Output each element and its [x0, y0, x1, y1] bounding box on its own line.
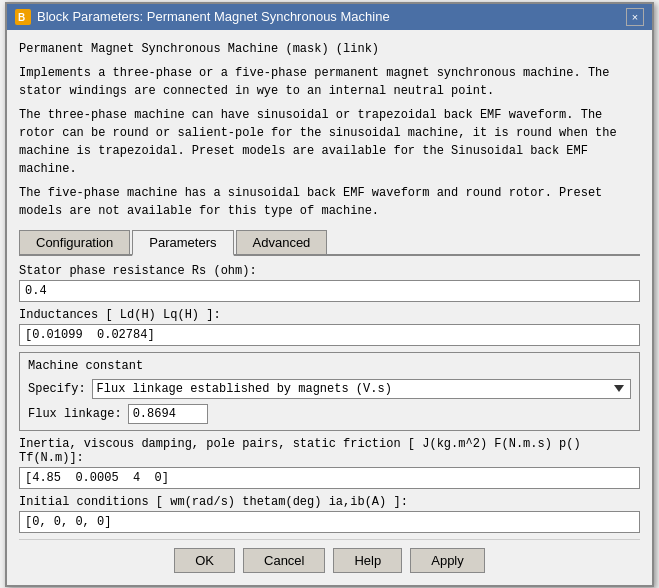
specify-label: Specify: [28, 382, 86, 396]
initial-input[interactable] [19, 511, 640, 533]
main-window: B Block Parameters: Permanent Magnet Syn… [5, 2, 654, 587]
stator-section: Stator phase resistance Rs (ohm): [19, 264, 640, 302]
desc-link-line: Permanent Magnet Synchronous Machine (ma… [19, 40, 640, 58]
inductances-input[interactable] [19, 324, 640, 346]
inductances-label: Inductances [ Ld(H) Lq(H) ]: [19, 308, 640, 322]
tab-advanced[interactable]: Advanced [236, 230, 328, 254]
title-bar-left: B Block Parameters: Permanent Magnet Syn… [15, 9, 390, 25]
flux-label: Flux linkage: [28, 407, 122, 421]
desc-para3: The five-phase machine has a sinusoidal … [19, 184, 640, 220]
flux-row: Flux linkage: [28, 404, 631, 424]
inertia-section: Inertia, viscous damping, pole pairs, st… [19, 437, 640, 489]
button-row: OK Cancel Help Apply [19, 539, 640, 577]
description-section: Permanent Magnet Synchronous Machine (ma… [19, 40, 640, 220]
svg-text:B: B [18, 12, 25, 23]
tab-parameters[interactable]: Parameters [132, 230, 233, 256]
inertia-input[interactable] [19, 467, 640, 489]
cancel-button[interactable]: Cancel [243, 548, 325, 573]
inertia-label: Inertia, viscous damping, pole pairs, st… [19, 437, 640, 465]
initial-label: Initial conditions [ wm(rad/s) thetam(de… [19, 495, 640, 509]
title-bar: B Block Parameters: Permanent Magnet Syn… [7, 4, 652, 30]
flux-input[interactable] [128, 404, 208, 424]
stator-input[interactable] [19, 280, 640, 302]
apply-button[interactable]: Apply [410, 548, 485, 573]
desc-para1: Implements a three-phase or a five-phase… [19, 64, 640, 100]
desc-para2: The three-phase machine can have sinusoi… [19, 106, 640, 178]
specify-select[interactable]: Flux linkage established by magnets (V.s… [92, 379, 631, 399]
help-button[interactable]: Help [333, 548, 402, 573]
inductances-section: Inductances [ Ld(H) Lq(H) ]: [19, 308, 640, 346]
window-icon: B [15, 9, 31, 25]
initial-section: Initial conditions [ wm(rad/s) thetam(de… [19, 495, 640, 533]
tab-bar: Configuration Parameters Advanced [19, 230, 640, 256]
specify-row: Specify: Flux linkage established by mag… [28, 379, 631, 399]
stator-label: Stator phase resistance Rs (ohm): [19, 264, 640, 278]
machine-constant-box: Machine constant Specify: Flux linkage e… [19, 352, 640, 431]
content-area: Permanent Magnet Synchronous Machine (ma… [7, 30, 652, 585]
window-title: Block Parameters: Permanent Magnet Synch… [37, 9, 390, 24]
close-button[interactable]: × [626, 8, 644, 26]
machine-constant-title: Machine constant [28, 359, 631, 373]
tab-configuration[interactable]: Configuration [19, 230, 130, 254]
ok-button[interactable]: OK [174, 548, 235, 573]
